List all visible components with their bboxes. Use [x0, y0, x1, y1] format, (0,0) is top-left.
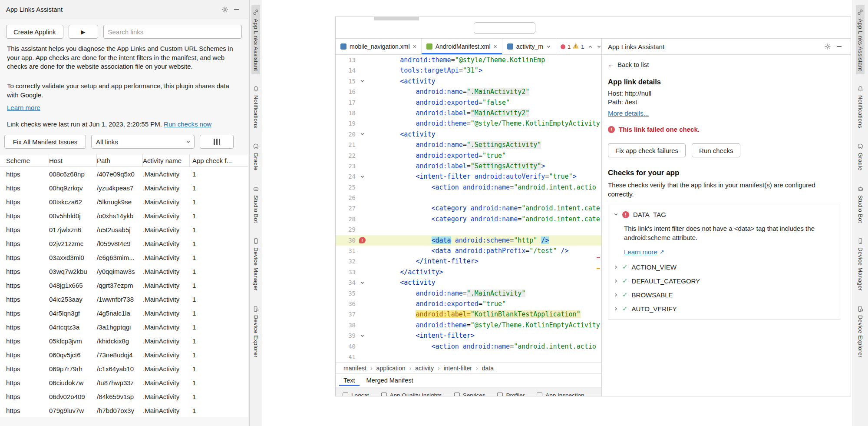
- code-line[interactable]: 33 </activity>: [336, 267, 601, 277]
- table-row[interactable]: https00v5hhld0j/o0xhs14ykb.MainActivity1: [0, 209, 248, 223]
- toolbar-widget[interactable]: [474, 22, 535, 34]
- tool-window-button-services[interactable]: Services: [454, 389, 485, 396]
- code-line[interactable]: 18 android:label="MainActivity2": [336, 108, 601, 118]
- tool-strip-tab-app-links-assistant[interactable]: App Links Assistant: [856, 5, 865, 74]
- run-checks-button[interactable]: Run checks: [692, 143, 740, 157]
- fix-app-check-failures-button[interactable]: Fix app check failures: [608, 143, 686, 157]
- table-row[interactable]: https05kfcp3jvm/khidckix8g.MainActivity1: [0, 334, 248, 348]
- tool-window-button-app-quality-insights[interactable]: App Quality Insights: [381, 389, 442, 396]
- tool-strip-tab-device-manager[interactable]: Device Manager: [856, 234, 865, 294]
- code-line[interactable]: 14 tools:targetApi="31">: [336, 65, 601, 76]
- fold-icon[interactable]: [356, 277, 369, 288]
- run-checks-now-link[interactable]: Run checks now: [164, 120, 211, 128]
- close-icon[interactable]: ×: [494, 43, 497, 50]
- error-stripe-mark[interactable]: [597, 257, 600, 258]
- tool-strip-tab-gradle[interactable]: Gradle: [252, 140, 260, 174]
- fold-icon[interactable]: [356, 171, 369, 182]
- next-problem-icon[interactable]: [597, 44, 601, 49]
- fix-all-manifest-issues-button[interactable]: Fix All Manifest Issues: [4, 135, 86, 149]
- gear-icon[interactable]: [822, 41, 833, 52]
- code-line[interactable]: 17 android:exported="false": [336, 97, 601, 108]
- code-line[interactable]: 39 <intent-filter>: [336, 330, 601, 341]
- column-header-scheme[interactable]: Scheme: [0, 154, 49, 166]
- check-row-default_category[interactable]: ✓DEFAULT_CATEGORY: [608, 274, 840, 288]
- column-header-check[interactable]: App check f...: [190, 154, 248, 166]
- code-line[interactable]: 20 <activity: [336, 129, 601, 140]
- table-row[interactable]: https02jv21zzmc/l059v8t4e9.MainActivity1: [0, 236, 248, 250]
- code-line[interactable]: 13 android:theme="@style/Theme.KotlinEmp: [336, 55, 601, 65]
- tool-strip-tab-app-links-assistant[interactable]: App Links Assistant: [251, 5, 260, 74]
- check-learn-more-link[interactable]: Learn more: [624, 248, 657, 256]
- table-row[interactable]: https06dv02o409/84k659v1sp.MainActivity1: [0, 389, 248, 403]
- chevron-down-icon[interactable]: [546, 44, 551, 49]
- table-row[interactable]: https03wq7w2kbu/y0qqimaw3s.MainActivity1: [0, 264, 248, 278]
- tool-window-button-profiler[interactable]: Profiler: [497, 389, 525, 396]
- table-row[interactable]: https00hq9zrkqv/yzu4kpeas7.MainActivity1: [0, 181, 248, 195]
- tool-strip-tab-gradle[interactable]: Gradle: [856, 140, 865, 174]
- check-row-data-tag[interactable]: ! DATA_TAG: [608, 208, 840, 221]
- fold-icon[interactable]: [356, 76, 369, 87]
- close-icon[interactable]: ×: [413, 43, 416, 50]
- minimize-icon[interactable]: [833, 41, 845, 52]
- code-line[interactable]: 26: [336, 193, 601, 203]
- code-line[interactable]: 28 <category android:name="android.inten…: [336, 214, 601, 224]
- previous-problem-icon[interactable]: [588, 44, 593, 49]
- table-row[interactable]: https03axxd3mi0/e6g63mim....MainActivity…: [0, 250, 248, 264]
- bottom-tab-merged-manifest[interactable]: Merged Manifest: [362, 375, 418, 386]
- column-header-path[interactable]: Path: [97, 154, 143, 166]
- check-row-browsable[interactable]: ✓BROWSABLE: [608, 288, 840, 302]
- code-line[interactable]: 16 android:name=".MainActivity2": [336, 87, 601, 97]
- fold-icon[interactable]: [356, 129, 369, 140]
- code-line[interactable]: 30! <data android:scheme="http" />: [336, 235, 601, 246]
- chevron-right-icon[interactable]: [614, 293, 618, 297]
- breadcrumb-item[interactable]: intent-filter: [444, 365, 472, 372]
- links-filter-dropdown[interactable]: All links: [91, 135, 195, 149]
- create-applink-button[interactable]: Create Applink: [6, 25, 63, 39]
- table-row[interactable]: https00tskcza62/5lknugk9se.MainActivity1: [0, 195, 248, 209]
- inspections-widget[interactable]: 1 1: [561, 43, 584, 50]
- configure-columns-button[interactable]: [200, 135, 234, 149]
- chevron-right-icon[interactable]: [614, 306, 618, 311]
- chevron-down-icon[interactable]: [614, 212, 618, 217]
- tool-strip-tab-notifications[interactable]: Notifications: [252, 82, 260, 132]
- table-row[interactable]: https06ciudok7w/tu87hwp33z.MainActivity1: [0, 376, 248, 389]
- column-header-host[interactable]: Host: [49, 154, 97, 166]
- code-line[interactable]: 36 android:exported="true": [336, 299, 601, 309]
- code-line[interactable]: 23 android:label="SettingsActivity">: [336, 161, 601, 171]
- learn-more-link[interactable]: Learn more: [7, 104, 40, 111]
- chevron-right-icon[interactable]: [614, 279, 618, 283]
- more-details-link[interactable]: More details...: [608, 110, 649, 117]
- chevron-right-icon[interactable]: [614, 265, 618, 270]
- code-line[interactable]: 25 <action android:name="android.intent.…: [336, 182, 601, 193]
- warning-stripe-mark[interactable]: [597, 268, 600, 269]
- editor-tab-activity_m[interactable]: activity_m: [502, 39, 556, 54]
- error-marker-icon[interactable]: !: [356, 235, 369, 246]
- minimize-icon[interactable]: [231, 4, 242, 15]
- breadcrumb-item[interactable]: activity: [415, 365, 434, 372]
- table-row[interactable]: https04rtcqtz3a/3a1hgptqgi.MainActivity1: [0, 320, 248, 334]
- code-editor[interactable]: 13 android:theme="@style/Theme.KotlinEmp…: [336, 55, 601, 362]
- table-row[interactable]: https017jwlxzn6/u5t2usab5j.MainActivity1: [0, 223, 248, 236]
- bottom-tab-text[interactable]: Text: [339, 375, 360, 386]
- fold-icon[interactable]: [356, 330, 369, 341]
- run-button[interactable]: ▶: [69, 25, 98, 39]
- code-line[interactable]: 21 android:name=".SettingsActivity": [336, 140, 601, 150]
- tool-window-button-app-inspection[interactable]: App Inspection: [537, 389, 584, 396]
- tool-strip-tab-device-explorer[interactable]: Device Explorer: [252, 302, 260, 361]
- code-line[interactable]: 22 android:exported="true": [336, 150, 601, 161]
- tool-window-button-logcat[interactable]: Logcat: [343, 389, 369, 396]
- code-line[interactable]: 41: [336, 352, 601, 362]
- tool-strip-tab-device-explorer[interactable]: Device Explorer: [856, 302, 865, 361]
- tool-strip-tab-studio-bot[interactable]: Studio Bot: [252, 182, 260, 226]
- code-line[interactable]: 19 android:theme="@style/Theme.KotlinEmp…: [336, 118, 601, 129]
- code-line[interactable]: 38 android:theme="@style/Theme.KotlinEmp…: [336, 320, 601, 330]
- column-header-activity[interactable]: Activity name: [143, 154, 190, 166]
- breadcrumb-item[interactable]: data: [482, 365, 494, 372]
- table-row[interactable]: https008c6z68np/407e09q5x0.MainActivity1: [0, 167, 248, 181]
- tool-strip-tab-device-manager[interactable]: Device Manager: [252, 234, 260, 294]
- code-line[interactable]: 32 </intent-filter>: [336, 256, 601, 266]
- code-line[interactable]: 24 <intent-filter android:autoVerify="tr…: [336, 171, 601, 182]
- editor-tab-androidmanifest-xml[interactable]: AndroidManifest.xml×: [422, 39, 502, 54]
- check-row-action_view[interactable]: ✓ACTION_VIEW: [608, 260, 840, 274]
- breadcrumb-item[interactable]: application: [376, 365, 406, 372]
